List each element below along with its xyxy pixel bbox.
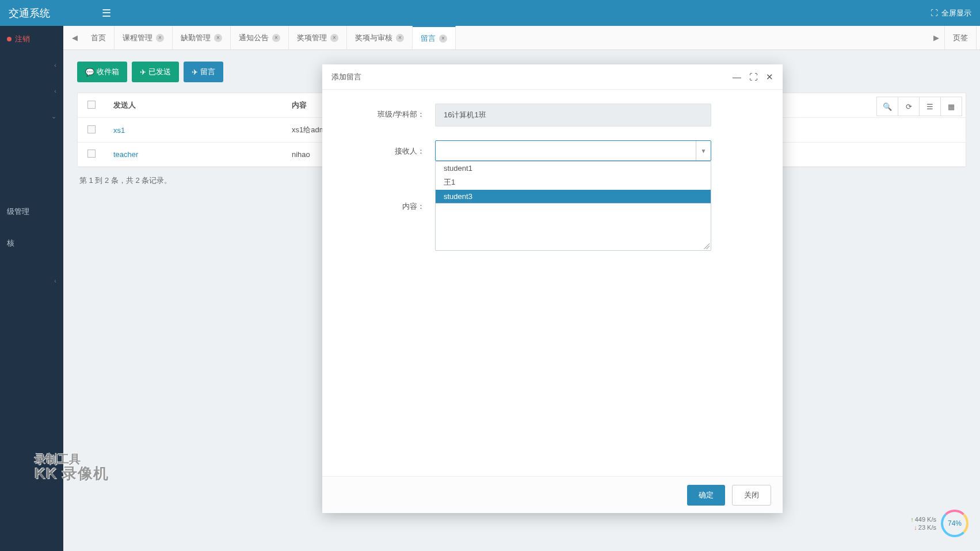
tab-home-label: 首页 xyxy=(91,33,106,43)
form-row-class: 班级/学科部： 16计算机1班 xyxy=(337,104,768,127)
receiver-label: 接收人： xyxy=(337,140,435,156)
select-all-checkbox[interactable] xyxy=(87,101,96,109)
inbox-button[interactable]: 💬 收件箱 xyxy=(77,62,127,82)
table-search-icon[interactable]: 🔍 xyxy=(876,97,898,116)
tab-close-icon[interactable]: × xyxy=(156,34,164,42)
table-grid-icon[interactable]: ▦ xyxy=(940,97,962,116)
table-refresh-icon[interactable]: ⟳ xyxy=(898,97,920,116)
tabs-container: 首页 课程管理 × 缺勤管理 × 通知公告 × 奖项管理 × 奖项与审核 × xyxy=(83,26,928,49)
inbox-label: 收件箱 xyxy=(97,67,119,77)
fullscreen-toggle[interactable]: ⛶ 全屏显示 xyxy=(931,8,971,18)
sidebar-deep-2-label: 核 xyxy=(7,238,14,248)
tab-label: 留言 xyxy=(421,33,436,44)
chevron-left-icon: ‹ xyxy=(54,87,56,94)
sender-link[interactable]: xs1 xyxy=(113,126,125,135)
net-speed: 449 K/s 23 K/s xyxy=(910,515,936,532)
tab-label: 奖项管理 xyxy=(297,33,327,43)
row-checkbox[interactable] xyxy=(87,150,96,158)
dropdown-option[interactable]: 王1 xyxy=(436,175,711,190)
chevron-left-icon: ‹ xyxy=(54,62,56,68)
tab-label: 通知公告 xyxy=(239,33,269,43)
sidebar-deep-1-label: 级管理 xyxy=(7,206,29,217)
modal-maximize-icon[interactable]: ⛶ xyxy=(749,72,758,82)
tab-message[interactable]: 留言 × xyxy=(413,26,456,49)
send-icon: ✈ xyxy=(140,68,146,76)
net-down: 23 K/s xyxy=(910,523,936,531)
compose-label: 留言 xyxy=(200,67,215,77)
tab-award-review[interactable]: 奖项与审核 × xyxy=(347,26,413,49)
dropdown-arrow-icon: ▼ xyxy=(696,141,711,160)
dropdown-option[interactable]: student3 xyxy=(436,190,711,203)
tab-home[interactable]: 首页 xyxy=(83,26,115,49)
sidebar-deep-2[interactable]: 核 xyxy=(0,230,63,256)
modal-cancel-button[interactable]: 关闭 xyxy=(732,485,771,506)
tab-label: 课程管理 xyxy=(123,33,152,43)
tab-absence-mgmt[interactable]: 缺勤管理 × xyxy=(173,26,231,49)
network-widget: 449 K/s 23 K/s 74% xyxy=(910,510,968,537)
class-label: 班级/学科部： xyxy=(337,104,435,120)
content-label: 内容： xyxy=(337,196,435,212)
sidebar-deep-1[interactable]: 级管理 xyxy=(0,198,63,224)
tab-overflow-label: 页签 xyxy=(953,33,968,43)
tab-close-icon[interactable]: × xyxy=(272,34,280,42)
tab-scroll-left[interactable]: ◀ xyxy=(67,26,83,49)
logout-label: 注销 xyxy=(15,35,30,43)
tab-strip: ◀ 首页 课程管理 × 缺勤管理 × 通知公告 × 奖项管理 × 奖项与审核 xyxy=(63,26,980,50)
col-sender[interactable]: 发送人 xyxy=(105,93,284,118)
modal-close-icon[interactable]: ✕ xyxy=(766,72,773,82)
form-row-receiver: 接收人： ▼ student1 王1 student3 xyxy=(337,140,768,161)
sidebar-item-2[interactable]: ‹ xyxy=(0,78,63,104)
gauge-value: 74% xyxy=(948,519,962,527)
content-textarea[interactable] xyxy=(435,196,711,251)
table-columns-icon[interactable]: ☰ xyxy=(919,97,941,116)
compose-button[interactable]: ✈ 留言 xyxy=(184,62,223,82)
tab-label: 奖项与审核 xyxy=(355,33,392,43)
footer-copyright: 19 ma xyxy=(944,537,963,545)
tab-close-icon[interactable]: × xyxy=(396,34,404,42)
sent-label: 已发送 xyxy=(148,67,171,77)
sidebar-item-3[interactable]: ⌄ xyxy=(0,104,63,129)
sidebar-item-1[interactable]: ‹ xyxy=(0,52,63,78)
recorder-watermark: 录制工具 KK 录像机 xyxy=(35,453,109,482)
resize-handle-icon[interactable] xyxy=(704,243,710,249)
sender-link[interactable]: teacher xyxy=(113,150,138,159)
modal-header-icons: — ⛶ ✕ xyxy=(733,72,773,82)
modal-minimize-icon[interactable]: — xyxy=(733,72,741,82)
tab-close-icon[interactable]: × xyxy=(330,34,338,42)
watermark-line2: KK 录像机 xyxy=(35,465,109,482)
class-field: 16计算机1班 xyxy=(435,104,711,127)
modal-header: 添加留言 — ⛶ ✕ xyxy=(322,64,783,90)
modal-ok-button[interactable]: 确定 xyxy=(687,485,725,506)
modal-body: 班级/学科部： 16计算机1班 接收人： ▼ student1 王1 stude… xyxy=(322,90,783,476)
tab-close-icon[interactable]: × xyxy=(214,34,222,42)
add-message-modal: 添加留言 — ⛶ ✕ 班级/学科部： 16计算机1班 接收人： ▼ studen… xyxy=(322,64,783,513)
fullscreen-label: 全屏显示 xyxy=(941,8,971,18)
hamburger-icon[interactable]: ☰ xyxy=(102,7,111,20)
send-icon: ✈ xyxy=(192,68,198,76)
net-up: 449 K/s xyxy=(910,515,936,523)
tab-overflow-menu[interactable]: 页签 xyxy=(944,26,977,49)
row-checkbox[interactable] xyxy=(87,125,96,133)
fullscreen-icon: ⛶ xyxy=(931,9,938,17)
receiver-dropdown: student1 王1 student3 xyxy=(435,161,711,204)
chevron-left-icon: ‹ xyxy=(54,277,56,284)
logout-dot-icon xyxy=(7,37,12,41)
tab-scroll-right[interactable]: ▶ xyxy=(928,26,944,49)
dropdown-option[interactable]: student1 xyxy=(436,162,711,175)
sidebar-logout[interactable]: 注销 xyxy=(0,26,63,52)
modal-footer: 确定 关闭 xyxy=(322,476,783,513)
top-header: 交通系统 ☰ ⛶ 全屏显示 xyxy=(0,0,980,26)
topbar-left: 交通系统 ☰ xyxy=(9,6,111,20)
chevron-down-icon: ⌄ xyxy=(51,113,56,120)
tab-close-icon[interactable]: × xyxy=(439,35,447,43)
sent-button[interactable]: ✈ 已发送 xyxy=(132,62,179,82)
sidebar-item-collapse[interactable]: ‹ xyxy=(0,267,63,293)
tab-label: 缺勤管理 xyxy=(181,33,211,43)
tab-award-mgmt[interactable]: 奖项管理 × xyxy=(289,26,347,49)
receiver-select[interactable]: ▼ xyxy=(435,140,711,161)
chat-icon: 💬 xyxy=(85,68,94,76)
form-row-content: 内容： xyxy=(337,196,768,251)
tab-notice[interactable]: 通知公告 × xyxy=(231,26,289,49)
tab-course-mgmt[interactable]: 课程管理 × xyxy=(115,26,173,49)
cpu-gauge[interactable]: 74% xyxy=(941,510,968,537)
